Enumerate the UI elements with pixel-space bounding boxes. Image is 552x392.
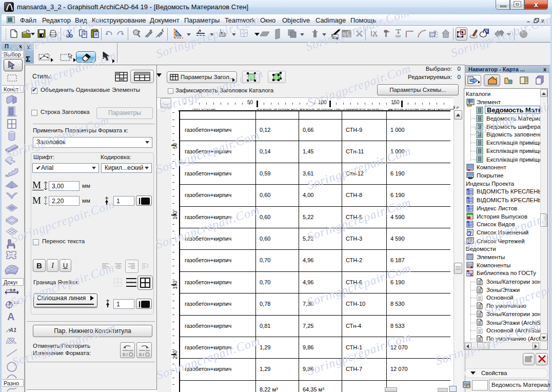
- svg-text:A1: A1: [9, 327, 16, 333]
- svg-text:B: B: [139, 352, 142, 357]
- svg-text:1.2: 1.2: [13, 300, 18, 305]
- svg-text:I: I: [142, 352, 144, 357]
- svg-text:12: 12: [344, 33, 348, 36]
- svg-text:1.2: 1.2: [10, 288, 16, 292]
- svg-text:I: I: [126, 352, 128, 357]
- svg-text:B: B: [123, 352, 125, 357]
